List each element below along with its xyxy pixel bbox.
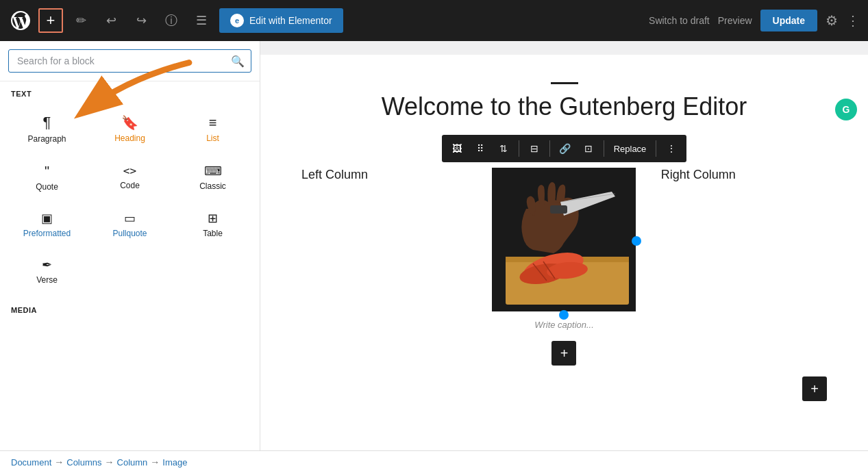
paragraph-label: Paragraph [27,134,66,144]
search-area: 🔍 [0,41,260,81]
toolbar-divider [519,140,519,157]
top-bar: + ✏ ↩ ↪ ⓘ ☰ e Edit with Elementor Switch… [0,0,868,41]
list-label: List [206,133,219,143]
breadcrumb-bar: Document → Columns → Column → Image [0,450,868,473]
top-bar-right: Switch to draft Preview Update ⚙ ⋮ [649,10,860,31]
block-item-pullquote[interactable]: ▭ Pullquote [88,202,171,248]
elementor-label: Edit with Elementor [249,15,332,26]
verse-icon: ✒ [42,259,52,271]
image-block[interactable] [492,168,636,314]
list-icon: ≡ [209,116,217,129]
breadcrumb-column[interactable]: Column [117,457,148,468]
block-item-paragraph[interactable]: ¶ Paragraph [5,105,88,154]
add-block-center: + [551,341,576,366]
image-handle-right[interactable] [632,236,641,246]
search-input[interactable] [8,49,251,73]
preformatted-label: Preformatted [23,229,71,238]
block-item-code[interactable]: <> Code [88,154,171,202]
quote-icon: " [45,164,49,178]
block-item-preformatted[interactable]: ▣ Preformatted [5,202,88,248]
text-block-grid: ¶ Paragraph 🔖 Heading ≡ List " Quote <> [0,102,260,298]
heading-label: Heading [114,133,145,143]
breadcrumb-columns[interactable]: Columns [66,457,101,468]
sidebar-scrollable: TEXT ¶ Paragraph 🔖 Heading ≡ List " Quot… [0,81,260,450]
breadcrumb-sep-1: → [54,457,64,468]
pullquote-label: Pullquote [112,229,147,238]
breadcrumb-sep-2: → [105,457,114,468]
image-handle-bottom[interactable] [559,310,569,320]
update-button[interactable]: Update [760,10,817,31]
main-layout: 🔍 TEXT ¶ Paragraph 🔖 [0,41,868,450]
grammarly-button[interactable]: G [835,99,857,120]
pullquote-icon: ▭ [124,212,136,225]
sidebar: 🔍 TEXT ¶ Paragraph 🔖 [0,41,260,450]
wp-logo [8,8,33,33]
code-label: Code [120,181,140,190]
image-tool-icon[interactable]: 🖼 [446,138,468,159]
add-block-center-button[interactable]: + [551,341,576,366]
info-button[interactable]: ⓘ [159,8,184,33]
right-column-header: Right Column [661,168,827,182]
add-block-outer-button[interactable]: + [802,376,827,401]
heading-icon: 🔖 [121,116,138,129]
table-icon: ⊞ [208,212,218,225]
image-toolbar: 🖼 ⠿ ⇅ ⊟ 🔗 ⊡ Replace ⋮ [442,135,687,162]
center-column: Write caption... + [481,168,647,366]
undo-button[interactable]: ↩ [99,8,123,33]
more-tool-icon[interactable]: ⋮ [660,138,682,159]
text-section-label: TEXT [0,81,260,102]
settings-icon[interactable]: ⚙ [826,12,838,29]
media-section-label: MEDIA [0,298,260,318]
align-tool-icon[interactable]: ⇅ [493,138,514,159]
svg-rect-10 [550,205,567,214]
block-item-verse[interactable]: ✒ Verse [5,248,88,295]
block-item-heading[interactable]: 🔖 Heading [88,105,171,154]
table-label: Table [203,229,223,238]
verse-label: Verse [36,275,58,285]
classic-icon: ⌨ [204,165,222,177]
block-item-list[interactable]: ≡ List [171,105,254,154]
editor-canvas: Welcome to the Gutenberg Editor G 🖼 ⠿ ⇅ … [260,55,868,450]
quote-label: Quote [36,182,58,192]
breadcrumb-sep-3: → [150,457,160,468]
paragraph-icon: ¶ [43,115,51,130]
toolbar-divider4 [656,140,656,157]
block-item-classic[interactable]: ⌨ Classic [171,154,254,202]
replace-label[interactable]: Replace [608,144,652,154]
switch-draft-button[interactable]: Switch to draft [649,15,710,26]
chef-image [492,168,636,311]
block-item-table[interactable]: ⊞ Table [171,202,254,248]
toolbar-divider2 [549,140,550,157]
breadcrumb-image[interactable]: Image [162,457,187,468]
breadcrumb-document[interactable]: Document [11,457,51,468]
search-icon[interactable]: 🔍 [231,55,245,68]
elementor-icon: e [230,14,244,27]
tools-button[interactable]: ☰ [189,8,214,33]
title-decoration [551,82,578,84]
left-column: Left Column [301,168,481,366]
right-column: Right Column [647,168,827,366]
preformatted-icon: ▣ [41,212,53,225]
pencil-icon[interactable]: ✏ [69,8,93,33]
crop-tool-icon[interactable]: ⊡ [578,138,599,159]
columns-block: Left Column [301,168,827,366]
left-column-header: Left Column [301,168,467,182]
toolbar-divider3 [604,140,604,157]
fullwidth-tool-icon[interactable]: ⊟ [523,138,545,159]
redo-button[interactable]: ↪ [129,8,153,33]
link-tool-icon[interactable]: 🔗 [554,138,576,159]
preview-button[interactable]: Preview [718,15,752,26]
block-item-quote[interactable]: " Quote [5,154,88,202]
add-block-button[interactable]: + [38,8,63,33]
page-title-area: Welcome to the Gutenberg Editor G [301,82,827,121]
more-options-icon[interactable]: ⋮ [846,12,860,29]
elementor-button[interactable]: e Edit with Elementor [219,8,343,33]
add-block-outer: + [301,376,827,401]
content-area: Welcome to the Gutenberg Editor G 🖼 ⠿ ⇅ … [260,41,868,450]
image-caption[interactable]: Write caption... [534,320,594,330]
classic-label: Classic [199,181,226,191]
page-title[interactable]: Welcome to the Gutenberg Editor [301,92,827,121]
grid-tool-icon[interactable]: ⠿ [469,138,491,159]
code-icon: <> [123,166,136,177]
